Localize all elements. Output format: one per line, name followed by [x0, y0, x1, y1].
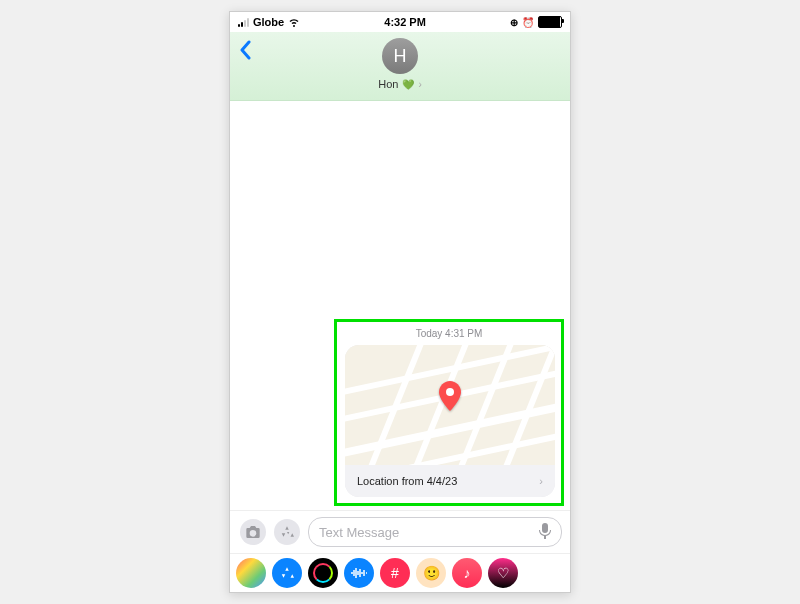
dock-photos-app[interactable] [236, 558, 266, 588]
back-button[interactable] [238, 40, 252, 60]
dock-hashtag-app[interactable]: # [380, 558, 410, 588]
chevron-right-icon: › [418, 79, 421, 90]
status-right: ⊕ ⏰ [510, 16, 562, 28]
carrier-label: Globe [253, 16, 284, 28]
map-pin-icon [439, 381, 461, 411]
contact-name: Hon [378, 78, 398, 90]
status-bar: Globe 4:32 PM ⊕ ⏰ [230, 12, 570, 32]
location-footer: Location from 4/4/23 › [345, 465, 555, 497]
camera-button[interactable] [240, 519, 266, 545]
message-placeholder: Text Message [319, 525, 399, 540]
map-preview [345, 345, 555, 465]
app-store-button[interactable] [274, 519, 300, 545]
messages-screen: Globe 4:32 PM ⊕ ⏰ H Hon 💚 › Today [229, 11, 571, 593]
contact-info-button[interactable]: Hon 💚 › [238, 78, 562, 90]
wifi-icon [288, 16, 300, 28]
dock-audio-app[interactable] [344, 558, 374, 588]
dock-fitness-app[interactable] [308, 558, 338, 588]
dock-appstore-app[interactable] [272, 558, 302, 588]
avatar-initial: H [394, 46, 407, 67]
chevron-right-icon: › [539, 475, 543, 487]
dock-extra-app[interactable]: ♡ [488, 558, 518, 588]
location-attachment[interactable]: Location from 4/4/23 › [345, 345, 555, 497]
status-time: 4:32 PM [384, 16, 426, 28]
battery-icon [538, 16, 562, 28]
location-label: Location from 4/4/23 [357, 475, 457, 487]
message-input[interactable]: Text Message [308, 517, 562, 547]
microphone-icon[interactable] [539, 523, 551, 542]
signal-bars-icon [238, 18, 249, 27]
status-left: Globe [238, 16, 300, 28]
conversation-header: H Hon 💚 › [230, 32, 570, 101]
dock-memoji-app[interactable]: 🙂 [416, 558, 446, 588]
compose-bar: Text Message [230, 510, 570, 553]
alarm-icon: ⏰ [522, 17, 534, 28]
outgoing-message: Location from 4/4/23 › [343, 345, 555, 497]
dock-music-app[interactable]: ♪ [452, 558, 482, 588]
svg-point-0 [446, 388, 454, 396]
heart-icon: 💚 [402, 79, 414, 90]
tutorial-highlight: Today 4:31 PM [334, 319, 564, 506]
imessage-app-dock[interactable]: # 🙂 ♪ ♡ [230, 553, 570, 592]
conversation-body[interactable]: Today 4:31 PM [230, 101, 570, 510]
contact-avatar[interactable]: H [382, 38, 418, 74]
orientation-lock-icon: ⊕ [510, 17, 518, 28]
message-timestamp: Today 4:31 PM [343, 328, 555, 339]
